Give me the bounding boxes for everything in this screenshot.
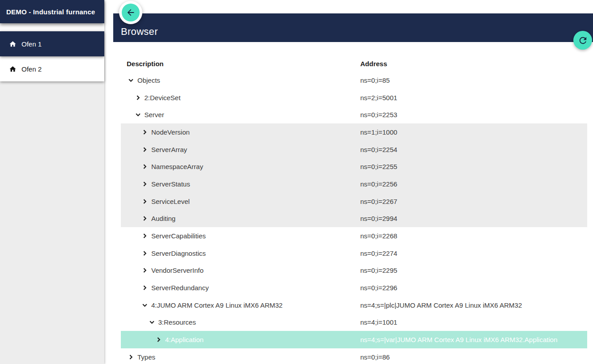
back-button[interactable]	[122, 4, 140, 21]
node-label: NodeVersion	[151, 128, 190, 136]
node-address: ns=0;i=2267	[360, 198, 397, 205]
tree-row[interactable]: Auditingns=0;i=2994	[121, 210, 587, 228]
chevron-right-icon[interactable]	[155, 336, 162, 343]
chevron-right-icon[interactable]	[141, 198, 148, 205]
node-address: ns=4;i=1001	[360, 318, 397, 326]
chevron-down-icon[interactable]	[149, 319, 155, 326]
sidebar: DEMO - Industrial furnance Ofen 1Ofen 2	[0, 0, 104, 364]
browser-tree-table: Description Address Objectsns=0;i=852:De…	[121, 56, 587, 364]
node-label: ServerStatus	[151, 180, 190, 188]
node-address: ns=2;i=5001	[360, 94, 397, 102]
tree-row[interactable]: ServerCapabilitiesns=0;i=2268	[121, 227, 587, 245]
node-label: 3:Resources	[158, 318, 196, 326]
home-icon	[9, 65, 17, 73]
tree-row[interactable]: Objectsns=0;i=85	[121, 72, 587, 89]
tree-row[interactable]: ServerDiagnosticsns=0;i=2274	[121, 245, 587, 262]
chevron-right-icon[interactable]	[141, 267, 148, 274]
node-address: ns=0;i=85	[360, 76, 390, 84]
chevron-down-icon[interactable]	[141, 302, 148, 309]
sidebar-item-ofen-1[interactable]: Ofen 1	[0, 31, 104, 56]
chevron-right-icon[interactable]	[135, 94, 141, 101]
node-label: 4:JUMO ARM Cortex A9 Linux iMX6 ARM32	[151, 301, 282, 309]
tree-row[interactable]: NodeVersionns=1;i=1000	[121, 123, 587, 141]
page-title: Browser	[121, 26, 158, 38]
node-address: ns=0;i=2994	[360, 215, 397, 222]
node-label: 2:DeviceSet	[145, 94, 181, 102]
column-header-description: Description	[121, 60, 360, 68]
node-label: ServiceLevel	[151, 198, 190, 205]
browser-app-bar: Browser	[113, 13, 593, 42]
tree-row[interactable]: 2:DeviceSetns=2;i=5001	[121, 89, 587, 106]
node-label: ServerRedundancy	[151, 284, 209, 292]
chevron-right-icon[interactable]	[141, 129, 148, 135]
node-label: Objects	[137, 76, 160, 84]
refresh-icon	[578, 35, 588, 46]
table-header: Description Address	[121, 56, 587, 72]
chevron-down-icon[interactable]	[135, 111, 141, 118]
sidebar-item-label: Ofen 1	[21, 40, 42, 48]
chevron-right-icon[interactable]	[141, 233, 148, 239]
node-label: VendorServerInfo	[151, 267, 204, 274]
node-address: ns=0;i=2255	[360, 163, 397, 170]
sidebar-divider	[0, 23, 104, 31]
arrow-left-icon	[126, 8, 136, 17]
node-address: ns=4;s=|plc|JUMO ARM Cortex A9 Linux iMX…	[360, 301, 522, 309]
chevron-right-icon[interactable]	[141, 181, 148, 187]
tree-row[interactable]: 4:Applicationns=4;s=|var|JUMO ARM Cortex…	[121, 331, 587, 348]
node-label: ServerArray	[151, 146, 187, 153]
node-address: ns=0;i=2268	[360, 232, 397, 240]
tree-row[interactable]: NamespaceArrayns=0;i=2255	[121, 158, 587, 175]
tree-row[interactable]: 4:JUMO ARM Cortex A9 Linux iMX6 ARM32ns=…	[121, 296, 587, 314]
chevron-right-icon[interactable]	[141, 163, 148, 170]
node-address: ns=0;i=2295	[360, 267, 397, 274]
main-content: Browser Description Address Objectsns=0;…	[104, 0, 593, 364]
tree-row[interactable]: Typesns=0;i=86	[121, 348, 587, 364]
tree-row[interactable]: ServerRedundancyns=0;i=2296	[121, 279, 587, 296]
chevron-right-icon[interactable]	[141, 146, 148, 153]
node-address: ns=0;i=2253	[360, 111, 397, 119]
node-address: ns=0;i=2256	[360, 180, 397, 188]
node-label: ServerDiagnostics	[151, 250, 206, 257]
tree-row[interactable]: VendorServerInfons=0;i=2295	[121, 262, 587, 279]
node-label: Auditing	[151, 215, 175, 222]
tree-row[interactable]: 3:Resourcesns=4;i=1001	[121, 314, 587, 331]
node-address: ns=0;i=86	[360, 353, 390, 361]
chevron-right-icon[interactable]	[141, 250, 148, 257]
node-label: Server	[145, 111, 164, 119]
refresh-button[interactable]	[573, 31, 592, 50]
chevron-down-icon[interactable]	[128, 77, 134, 84]
node-address: ns=4;s=|var|JUMO ARM Cortex A9 Linux iMX…	[360, 336, 557, 343]
node-address: ns=1;i=1000	[360, 128, 397, 136]
node-address: ns=0;i=2254	[360, 146, 397, 153]
app-title: DEMO - Industrial furnance	[0, 0, 104, 23]
tree-row[interactable]: ServiceLevelns=0;i=2267	[121, 193, 587, 210]
node-label: NamespaceArray	[151, 163, 203, 170]
sidebar-item-label: Ofen 2	[21, 65, 42, 73]
column-header-address: Address	[360, 60, 387, 68]
sidebar-item-ofen-2[interactable]: Ofen 2	[0, 56, 104, 81]
chevron-right-icon[interactable]	[141, 284, 148, 291]
node-address: ns=0;i=2296	[360, 284, 397, 292]
node-label: ServerCapabilities	[151, 232, 206, 240]
tree-row[interactable]: ServerArrayns=0;i=2254	[121, 141, 587, 158]
home-icon	[9, 40, 17, 48]
node-label: 4:Application	[165, 336, 204, 343]
chevron-right-icon[interactable]	[141, 215, 148, 222]
tree-row[interactable]: Serverns=0;i=2253	[121, 106, 587, 123]
node-label: Types	[137, 353, 155, 361]
node-address: ns=0;i=2274	[360, 250, 397, 257]
chevron-right-icon[interactable]	[128, 354, 134, 360]
tree-row[interactable]: ServerStatusns=0;i=2256	[121, 175, 587, 193]
